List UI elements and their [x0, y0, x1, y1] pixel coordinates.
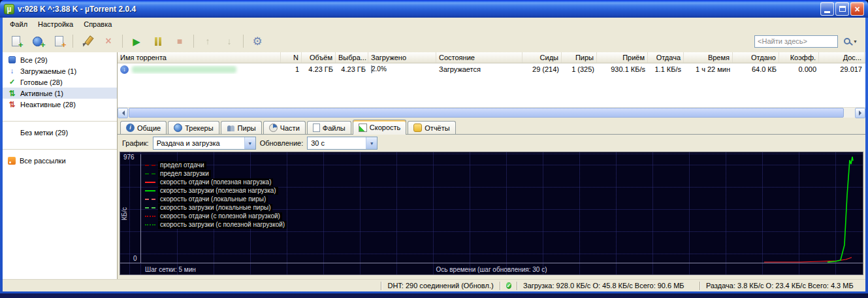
move-down-button[interactable]: ↓	[221, 33, 237, 49]
tab-logger[interactable]: Отчёты	[408, 121, 455, 134]
torrent-name-redacted	[132, 66, 236, 73]
add-torrent-button[interactable]: +	[8, 33, 24, 49]
pause-button[interactable]	[150, 33, 166, 49]
scroll-left-button[interactable]	[118, 108, 128, 118]
column-header-peers[interactable]: Пиры	[562, 52, 597, 63]
downloading-icon: ↓	[8, 67, 16, 74]
speed-chart-icon	[359, 124, 367, 132]
torrent-row[interactable]: ↓ 1 4.23 ГБ 4.23 ГБ 2.0%	[118, 63, 865, 75]
plus-badge-icon: +	[61, 41, 67, 49]
column-header-size[interactable]: Объём	[302, 52, 336, 63]
sidebar-item-active[interactable]: ⇅Активные (1)	[3, 88, 117, 99]
scroll-right-icon	[859, 110, 864, 116]
scrollbar-thumb[interactable]	[129, 108, 844, 118]
search-button[interactable]: ▼	[841, 38, 860, 44]
network-ok-icon: ✓	[506, 282, 511, 289]
legend-row: скорость отдачи (локальные пиры)	[145, 195, 287, 203]
scroll-right-button[interactable]	[855, 108, 865, 118]
spacer	[3, 138, 117, 144]
graph-controls: График: Раздача и загрузка ▼ Обновление:…	[118, 135, 865, 152]
graph-legend: предел отдачи предел загрузки скорость о…	[145, 161, 287, 229]
pause-icon	[155, 37, 161, 46]
torrent-peers: 1 (325)	[562, 65, 597, 73]
tab-label: Пиры	[238, 124, 256, 132]
menu-file[interactable]: Файл	[5, 19, 33, 29]
column-header-avail[interactable]: Дос...	[819, 52, 865, 63]
add-url-button[interactable]: +	[29, 33, 45, 49]
horizontal-scrollbar[interactable]	[118, 107, 865, 118]
status-download: Загрузка: 928.0 КБ/с О: 45.8 КБ/с Всего:…	[518, 282, 699, 290]
y-axis-max: 976	[123, 154, 135, 161]
menu-bar: Файл Настройка Справка	[3, 18, 865, 30]
tab-files[interactable]: Файлы	[307, 121, 351, 134]
body: Все (29) ↓Загружаемые (1) ✓Готовые (28) …	[3, 52, 865, 279]
tab-trackers[interactable]: Трекеры	[168, 121, 219, 134]
edit-button[interactable]	[79, 33, 95, 49]
column-header-done[interactable]: Загружено	[368, 52, 436, 63]
sidebar-item-label: Без метки (29)	[20, 129, 68, 137]
search-input[interactable]	[754, 35, 838, 48]
update-interval-select[interactable]: 30 с ▼	[307, 137, 378, 150]
maximize-button[interactable]	[835, 2, 849, 16]
progress-bar: 2.0%	[371, 65, 372, 73]
stop-button[interactable]: ■	[172, 33, 187, 49]
tab-label: Части	[280, 124, 300, 132]
window-controls: ×	[820, 2, 864, 16]
column-header-seeds[interactable]: Сиды	[522, 52, 562, 63]
minimize-button[interactable]	[820, 2, 834, 16]
column-header-uploaded[interactable]: Отдано	[733, 52, 779, 63]
sidebar-item-downloading[interactable]: ↓Загружаемые (1)	[3, 65, 117, 76]
column-header-name[interactable]: Имя торрента	[118, 52, 281, 63]
start-button[interactable]: ▶	[129, 33, 144, 49]
sidebar-item-feeds[interactable]: Все рассылки	[3, 155, 117, 166]
legend-label: скорость загрузки (локальные пиры)	[158, 204, 272, 212]
column-header-up-speed[interactable]: Отдача	[648, 52, 684, 63]
sidebar-item-all[interactable]: Все (29)	[3, 54, 117, 65]
tab-general[interactable]: iОбщие	[120, 121, 167, 134]
utorrent-window: µ v:928 K ^:3.88 K - µTorrent 2.0.4 × Фа…	[0, 0, 868, 293]
column-header-selected[interactable]: Выбра...	[336, 52, 368, 63]
search-icon	[844, 38, 850, 44]
add-torrent-icon: +	[12, 36, 20, 46]
inactive-arrows-icon: ⇅	[8, 101, 16, 108]
sidebar-item-completed[interactable]: ✓Готовые (28)	[3, 76, 117, 88]
legend-swatch	[145, 224, 155, 225]
preferences-button[interactable]: ⚙	[249, 33, 265, 49]
down-arrow-icon: ↓	[227, 37, 232, 46]
create-torrent-button[interactable]: +	[51, 33, 67, 49]
tab-peers[interactable]: Пиры	[221, 121, 262, 134]
legend-row: скорость загрузки (полезная нагрузка)	[145, 186, 287, 195]
column-header-status[interactable]: Состояние	[436, 52, 522, 63]
combo-dropdown-button[interactable]: ▼	[366, 137, 377, 149]
column-header-eta[interactable]: Время	[684, 52, 733, 63]
sidebar-item-no-label[interactable]: Без метки (29)	[3, 127, 117, 138]
menu-help[interactable]: Справка	[78, 19, 117, 29]
info-icon: i	[126, 124, 135, 132]
sidebar-item-inactive[interactable]: ⇅Неактивные (28)	[3, 99, 117, 110]
combo-dropdown-button[interactable]: ▼	[244, 137, 255, 149]
legend-label: скорость загрузки (полезная нагрузка)	[158, 187, 278, 195]
titlebar[interactable]: µ v:928 K ^:3.88 K - µTorrent 2.0.4 ×	[0, 0, 868, 18]
legend-row: скорость отдачи (полезная нагрузка)	[145, 178, 287, 186]
remove-button[interactable]: ×	[101, 33, 116, 49]
plus-badge-icon: +	[40, 41, 46, 49]
column-header-ratio[interactable]: Коэфф.	[779, 52, 819, 63]
torrent-status: Загружается	[436, 65, 522, 73]
toolbar-separator	[122, 35, 123, 48]
logo-glyph: µ	[7, 5, 12, 13]
menu-settings[interactable]: Настройка	[33, 19, 78, 29]
y-axis-unit: КБ/с	[121, 207, 128, 220]
chevron-down-icon: ▼	[370, 141, 374, 146]
column-header-number[interactable]: N	[281, 52, 302, 63]
sidebar-separator	[3, 149, 117, 150]
legend-label: скорость отдачи (полезная нагрузка)	[158, 178, 273, 186]
move-up-button[interactable]: ↑	[200, 33, 216, 49]
x-axis-line	[120, 263, 863, 263]
spacer	[3, 110, 117, 116]
graph-type-select[interactable]: Раздача и загрузка ▼	[153, 137, 256, 150]
tab-pieces[interactable]: Части	[263, 121, 306, 134]
tab-speed[interactable]: Скорость	[353, 120, 407, 135]
close-button[interactable]: ×	[850, 2, 864, 16]
downloading-status-icon: ↓	[120, 65, 129, 74]
column-header-down-speed[interactable]: Приём	[597, 52, 648, 63]
